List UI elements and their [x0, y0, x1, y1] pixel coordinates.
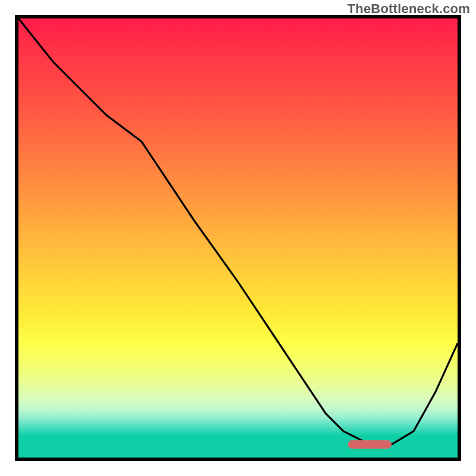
chart-stage: TheBottleneck.com — [0, 0, 476, 476]
bottleneck-curve — [18, 18, 458, 444]
optimal-marker — [348, 440, 392, 449]
chart-overlay — [18, 18, 458, 458]
plot-frame — [15, 15, 461, 461]
watermark-text: TheBottleneck.com — [347, 1, 470, 17]
